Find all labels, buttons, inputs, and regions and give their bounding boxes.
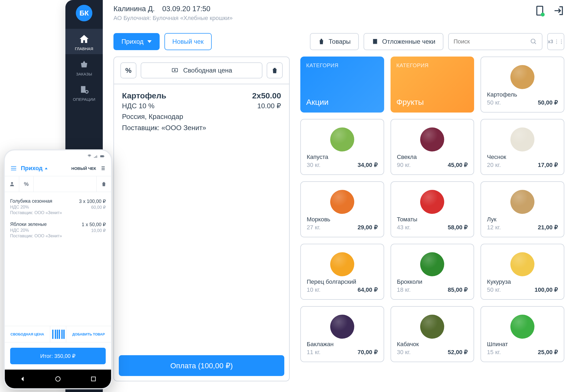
phone-item-vat: НДС 20% bbox=[10, 228, 29, 233]
nav-home[interactable]: ГЛАВНАЯ bbox=[65, 29, 103, 54]
products-button[interactable]: Товары bbox=[310, 33, 359, 50]
product-price: 100,00 ₽ bbox=[535, 286, 558, 293]
product-thumb bbox=[307, 313, 378, 341]
product-name: Томаты bbox=[397, 216, 468, 223]
product-thumb bbox=[397, 313, 468, 341]
product-price: 58,00 ₽ bbox=[448, 224, 468, 231]
phone-user-button[interactable] bbox=[5, 176, 19, 192]
phone-item-name: Голубика сезонная bbox=[10, 198, 52, 204]
category-promo-name: Акции bbox=[306, 98, 378, 107]
nav-operations[interactable]: ОПЕРАЦИИ bbox=[65, 79, 103, 105]
menu-icon[interactable] bbox=[10, 165, 17, 172]
product-card[interactable]: Чеснок 20 кг. 17,00 ₽ bbox=[481, 119, 564, 175]
category-promo[interactable]: КАТЕГОРИЯ Акции bbox=[300, 57, 384, 113]
phone-item[interactable]: Голубика сезонная3 х 100,00 ₽ НДС 20%60,… bbox=[10, 196, 106, 219]
product-card[interactable]: Кукуруза 50 кг. 100,00 ₽ bbox=[481, 244, 564, 300]
battery-icon bbox=[100, 154, 105, 159]
product-image bbox=[420, 190, 444, 214]
phone-add-product-button[interactable]: ДОБАВИТЬ ТОВАР bbox=[66, 326, 111, 342]
search-box[interactable] bbox=[448, 33, 542, 50]
product-image bbox=[510, 190, 534, 214]
product-card[interactable]: Брокколи 18 кг. 85,00 ₽ bbox=[391, 244, 474, 300]
receipt-icon bbox=[372, 38, 379, 45]
product-card[interactable]: Кабачок 30 кг. 52,00 ₽ bbox=[391, 306, 474, 362]
product-card[interactable]: Перец болгарский 10 кг. 64,00 ₽ bbox=[300, 244, 384, 300]
phone-item-name: Яблоки зеленые bbox=[10, 222, 47, 227]
phone-free-price-button[interactable]: СВОБОДНАЯ ЦЕНА bbox=[5, 326, 50, 342]
product-price: 29,00 ₽ bbox=[357, 224, 377, 231]
phone-new-receipt[interactable]: НОВЫЙ ЧЕК bbox=[71, 166, 96, 171]
product-card[interactable]: Томаты 43 кг. 58,00 ₽ bbox=[391, 181, 474, 237]
phone-delete-button[interactable] bbox=[97, 176, 111, 192]
product-weight: 50 кг. bbox=[487, 286, 501, 293]
supplier: Поставщик: «ООО Зенит» bbox=[122, 122, 281, 134]
pay-button[interactable]: Оплата (100,00 ₽) bbox=[119, 355, 284, 376]
phone-add-label: ДОБАВИТЬ ТОВАР bbox=[72, 332, 105, 336]
product-card[interactable]: Свекла 90 кг. 45,00 ₽ bbox=[391, 119, 474, 175]
svg-rect-7 bbox=[104, 156, 105, 157]
svg-point-9 bbox=[56, 377, 60, 381]
product-name: Баклажан bbox=[307, 341, 378, 348]
phone-item[interactable]: Яблоки зеленые1 х 50,00 ₽ НДС 20%10,00 ₽… bbox=[10, 219, 106, 242]
search-input[interactable] bbox=[454, 38, 527, 45]
tablet-main: Калинина Д. 03.09.20 17:50 АО Булочная: … bbox=[103, 0, 575, 392]
nav-orders[interactable]: ЗАКАЗЫ bbox=[65, 54, 103, 79]
product-card[interactable]: Шпинат 15 кг. 25,00 ₽ bbox=[481, 306, 564, 362]
product-weight: 11 кг. bbox=[307, 349, 321, 356]
android-recent[interactable] bbox=[89, 374, 98, 383]
delete-button[interactable] bbox=[267, 62, 283, 78]
tablet-window: БК ГЛАВНАЯ ЗАКАЗЫ ОПЕРАЦИИ Калинина Д. 0… bbox=[65, 0, 575, 392]
product-card[interactable]: Картофель 50 кг. 50,00 ₽ bbox=[481, 57, 564, 113]
android-home[interactable] bbox=[53, 374, 62, 383]
product-name: Морковь bbox=[307, 216, 378, 223]
phone-spacer bbox=[34, 176, 97, 192]
product-price: 50,00 ₽ bbox=[538, 99, 558, 106]
svg-point-5 bbox=[174, 69, 176, 71]
product-image bbox=[330, 252, 354, 276]
product-name: Брокколи bbox=[397, 278, 468, 285]
phone-total-button[interactable]: Итог: 350,00 ₽ bbox=[10, 348, 106, 364]
grid-toggle-button[interactable]: x3 ⋮⋮ bbox=[547, 33, 564, 50]
product-name: Лук bbox=[487, 216, 558, 223]
product-image bbox=[510, 65, 534, 89]
income-dropdown[interactable]: Приход bbox=[113, 33, 160, 50]
phone-discount-button[interactable]: % bbox=[19, 176, 34, 192]
phone-title[interactable]: Приход bbox=[21, 165, 43, 172]
product-price: 64,00 ₽ bbox=[357, 286, 377, 293]
category-fruits[interactable]: КАТЕГОРИЯ Фрукты bbox=[391, 57, 474, 113]
receipt-status-icon[interactable] bbox=[534, 5, 546, 17]
product-thumb bbox=[487, 63, 558, 91]
discount-button[interactable]: % bbox=[120, 62, 136, 78]
deferred-label: Отложенные чеки bbox=[382, 38, 435, 45]
product-weight: 27 кг. bbox=[307, 224, 321, 231]
phone-item-supplier: Поставщик: ООО «Зенит» bbox=[10, 234, 106, 238]
phone-actions: СВОБОДНАЯ ЦЕНА ДОБАВИТЬ ТОВАР bbox=[5, 326, 111, 342]
new-receipt-button[interactable]: Новый чек bbox=[164, 33, 212, 50]
deferred-receipts-button[interactable]: Отложенные чеки bbox=[364, 33, 443, 50]
products-label: Товары bbox=[329, 38, 351, 45]
product-weight: 50 кг. bbox=[487, 99, 501, 106]
list-icon[interactable] bbox=[100, 165, 106, 171]
product-weight: 18 кг. bbox=[397, 286, 411, 293]
product-weight: 30 кг. bbox=[397, 349, 411, 356]
product-image bbox=[510, 315, 534, 339]
pay-label: Оплата (100,00 ₽) bbox=[170, 361, 233, 370]
free-price-button[interactable]: Свободная цена bbox=[141, 62, 262, 78]
product-card[interactable]: Баклажан 11 кг. 70,00 ₽ bbox=[300, 306, 384, 362]
svg-point-0 bbox=[85, 90, 88, 93]
product-weight: 12 кг. bbox=[487, 224, 501, 231]
phone-header: Приход НОВЫЙ ЧЕК bbox=[5, 162, 111, 176]
svg-rect-10 bbox=[91, 377, 95, 381]
product-image bbox=[330, 315, 354, 339]
product-image bbox=[420, 315, 444, 339]
android-back[interactable] bbox=[18, 374, 27, 383]
product-card[interactable]: Лук 12 кг. 21,00 ₽ bbox=[481, 181, 564, 237]
logout-icon[interactable] bbox=[553, 5, 564, 17]
product-name: Перец болгарский bbox=[307, 278, 378, 285]
chevron-down-icon bbox=[147, 40, 152, 43]
user-name: Калинина Д. bbox=[113, 5, 155, 13]
product-card[interactable]: Морковь 27 кг. 29,00 ₽ bbox=[300, 181, 384, 237]
phone-barcode-button[interactable] bbox=[50, 326, 66, 342]
product-card[interactable]: Капуста 30 кг. 34,00 ₽ bbox=[300, 119, 384, 175]
product-price: 85,00 ₽ bbox=[448, 286, 468, 293]
